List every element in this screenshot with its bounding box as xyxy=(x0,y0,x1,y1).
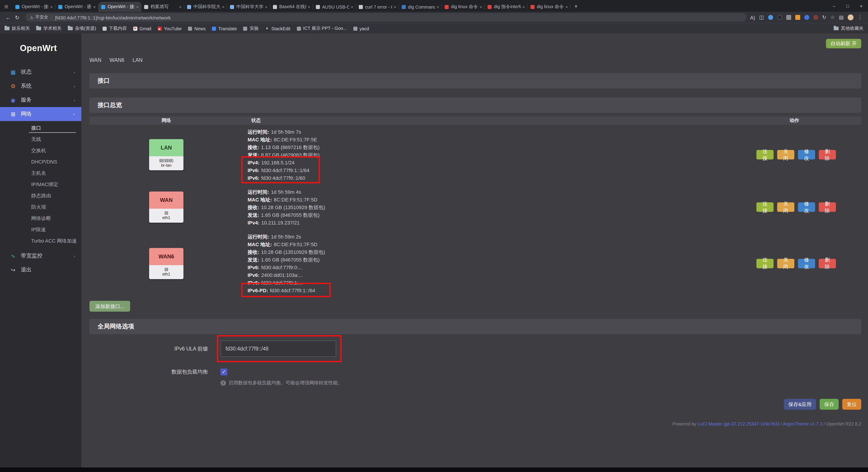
luci-link[interactable]: LuCI Master (git-22.212.25347-1e9c7b3) xyxy=(698,421,779,427)
tab-close-icon[interactable]: × xyxy=(222,4,224,9)
bookmark-folder[interactable]: 杂项(资源) xyxy=(68,25,96,32)
tampermonkey-extension-icon[interactable] xyxy=(795,15,800,20)
adblock-extension-icon[interactable] xyxy=(777,15,782,20)
tab-close-icon[interactable]: × xyxy=(351,4,353,9)
sync-icon[interactable]: ↻ xyxy=(822,14,826,20)
load-balance-checkbox[interactable] xyxy=(220,369,227,375)
bookmark-folder[interactable]: 学术相关 xyxy=(36,25,61,32)
tab-wan6[interactable]: WAN6 xyxy=(110,57,124,63)
tab-close-icon[interactable]: × xyxy=(308,4,310,9)
browser-tab[interactable]: 中国科学大学邮... × xyxy=(227,2,270,12)
sidebar-item-logout[interactable]: ↪ 退出 xyxy=(0,263,81,277)
add-interface-button[interactable]: 添加新接口... xyxy=(90,301,130,312)
sidebar-item-static-routes[interactable]: 静态路由 xyxy=(0,190,81,201)
profile-avatar[interactable] xyxy=(848,14,854,20)
browser-tab[interactable]: AUSU USB-C Easy C... × xyxy=(313,2,356,12)
tab-close-icon[interactable]: × xyxy=(479,4,482,9)
bookmark-item[interactable]: MGmail xyxy=(133,26,151,31)
split-screen-icon[interactable]: ◫ xyxy=(759,14,764,20)
sidebar-item-network[interactable]: ⊞ 网络 xyxy=(0,107,81,121)
tab-close-icon[interactable]: × xyxy=(179,4,182,9)
connect-button[interactable]: 连接 xyxy=(756,202,774,212)
bookmark-folder[interactable]: 娱乐相关 xyxy=(4,25,30,32)
refresh-icon[interactable]: ↻ xyxy=(13,14,22,21)
sidebar-item-turbo-acc[interactable]: Turbo ACC 网络加速 xyxy=(0,235,81,247)
bookmark-item[interactable]: ICT 展示 PPT - Goo... xyxy=(297,25,347,32)
bookmark-item[interactable]: News xyxy=(188,26,206,31)
sidebar-item-wireless[interactable]: 无线 xyxy=(0,134,81,145)
stop-button[interactable]: 关闭 xyxy=(777,202,794,212)
browser-tab[interactable]: dig linux 命令 在线... × xyxy=(528,2,571,12)
connect-button[interactable]: 连接 xyxy=(756,259,774,268)
sidebar-item-hostnames[interactable]: 主机名 xyxy=(0,167,81,179)
sidebar-item-ip-mac-binding[interactable]: IP/MAC绑定 xyxy=(0,179,81,190)
tab-close-icon[interactable]: × xyxy=(436,4,439,9)
edit-button[interactable]: 修改 xyxy=(798,202,815,212)
connect-button[interactable]: 连接 xyxy=(756,150,774,159)
proxy-extension-icon[interactable] xyxy=(804,15,809,20)
bookmark-item[interactable]: 实验 xyxy=(243,25,259,32)
tab-lan[interactable]: LAN xyxy=(132,57,143,63)
bookmark-item[interactable]: Translate xyxy=(212,26,237,31)
argon-theme-link[interactable]: ArgonTheme v1.7.3 xyxy=(783,421,823,427)
sidebar-item-switch[interactable]: 交换机 xyxy=(0,145,81,156)
tab-close-icon[interactable]: × xyxy=(50,4,53,9)
ula-prefix-input[interactable] xyxy=(220,341,336,357)
sidebar-item-status[interactable]: ▦ 状态 xyxy=(0,65,81,79)
sidebar-item-dhcp-dns[interactable]: DHCP/DNS xyxy=(0,156,81,167)
tab-close-icon[interactable]: × xyxy=(394,4,396,9)
new-tab-button[interactable]: + xyxy=(574,3,578,9)
browser-tab[interactable]: Base64 在线编码解... × xyxy=(270,2,313,12)
edit-button[interactable]: 修改 xyxy=(798,259,815,268)
delete-button[interactable]: 删除 xyxy=(819,202,836,212)
reset-button[interactable]: 复位 xyxy=(842,399,861,410)
browser-tab[interactable]: 中国科学院大学邮... × xyxy=(184,2,227,12)
stop-button[interactable]: 关闭 xyxy=(777,150,794,159)
bookmark-item[interactable]: SStackEdit xyxy=(265,26,290,31)
sidebar-item-diagnostics[interactable]: 网络诊断 xyxy=(0,213,81,224)
browser-tab[interactable]: 档案填写 × xyxy=(142,2,184,12)
bookmark-item[interactable]: yacd xyxy=(353,26,369,31)
workspace-icon[interactable]: ⊞ xyxy=(3,3,10,10)
tab-close-icon[interactable]: × xyxy=(265,4,268,9)
browser-tab[interactable]: dig linux 命令 在线... × xyxy=(442,2,485,12)
sidebar-item-system[interactable]: ⚙ 系统 xyxy=(0,79,81,93)
sidebar-item-firewall[interactable]: 防火墙 xyxy=(0,201,81,213)
edit-button[interactable]: 修改 xyxy=(798,150,815,159)
delete-button[interactable]: 删除 xyxy=(819,150,836,159)
read-aloud-icon[interactable]: A) xyxy=(750,15,755,20)
auto-refresh-toggle[interactable]: 自动刷新 开 xyxy=(826,39,861,48)
sidebar-item-services[interactable]: ◉ 服务 xyxy=(0,93,81,107)
tab-close-icon[interactable]: × xyxy=(522,4,525,9)
tab-close-icon[interactable]: × xyxy=(565,4,568,9)
sidebar-item-ip-limit[interactable]: IP限速 xyxy=(0,224,81,235)
favorites-star-icon[interactable]: ☆ xyxy=(830,14,835,20)
delete-button[interactable]: 删除 xyxy=(819,259,836,268)
browser-tab-active[interactable]: OpenWrt - 接口 - L... × xyxy=(98,2,142,12)
browser-tab[interactable]: curl 7 error - Googl... × xyxy=(356,2,399,12)
sidebar-item-interfaces[interactable]: 接口 xyxy=(0,122,81,134)
save-apply-button[interactable]: 保存&应用 xyxy=(784,399,816,410)
sidebar-item-bandwidth[interactable]: ∿ 带宽监控 xyxy=(0,249,81,263)
browser-tab[interactable]: dig Command - IBM... × xyxy=(399,2,442,12)
stop-button[interactable]: 关闭 xyxy=(777,259,794,268)
other-bookmarks-folder[interactable]: 其他收藏夹 xyxy=(834,25,864,32)
screenshot-extension-icon[interactable] xyxy=(786,15,791,20)
tab-wan[interactable]: WAN xyxy=(90,57,101,63)
settings-menu-icon[interactable]: ⋮ xyxy=(858,14,863,20)
collections-icon[interactable]: ▤ xyxy=(839,14,844,20)
browser-tab[interactable]: OpenWrt - 通信规... × xyxy=(56,2,98,12)
browser-tab[interactable]: OpenWrt - 接口 - L... × xyxy=(13,2,56,12)
address-bar[interactable]: ⚠ 不安全 [fd30:4dcf:77f9:1::1]/cgi-bin/luci… xyxy=(25,13,746,22)
maximize-button[interactable]: □ xyxy=(841,0,855,12)
bookmark-item[interactable]: ▶YouTube xyxy=(158,26,182,31)
stylus-extension-icon[interactable] xyxy=(813,15,818,20)
bookmark-item[interactable]: 下载内容 xyxy=(102,25,127,32)
browser-tab[interactable]: dig 指令interface -... × xyxy=(485,2,528,12)
close-button[interactable]: × xyxy=(855,0,868,12)
save-button[interactable]: 保存 xyxy=(820,399,839,410)
back-icon[interactable]: ← xyxy=(4,14,13,21)
shield-extension-icon[interactable] xyxy=(768,15,773,20)
tab-close-icon[interactable]: × xyxy=(93,4,96,9)
tab-close-icon[interactable]: × xyxy=(136,4,139,9)
